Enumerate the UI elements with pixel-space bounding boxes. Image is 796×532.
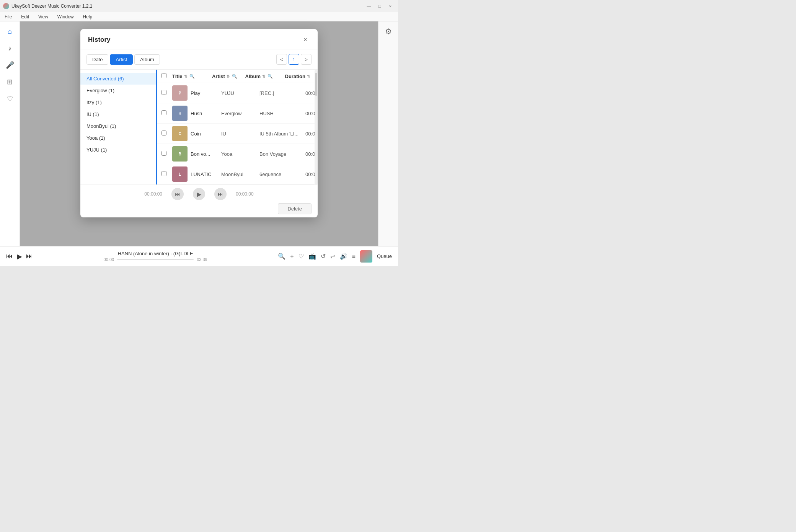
artist-item-everglow[interactable]: Everglow (1) xyxy=(80,85,156,96)
player-progress: 00:00 03:39 xyxy=(39,257,272,262)
modal-body: All Converted (6) Everglow (1) Itzy (1) … xyxy=(80,70,318,184)
menu-view[interactable]: View xyxy=(37,13,50,20)
modal-bottom: 00:00:00 ⏮ ▶ ⏭ 00:00:00 Delete xyxy=(80,184,318,217)
maximize-button[interactable]: □ xyxy=(375,2,384,11)
player-prev-button[interactable]: ⏮ xyxy=(171,188,184,200)
song-artist-1: YUJU xyxy=(221,90,259,96)
album-search-icon[interactable]: 🔍 xyxy=(268,74,273,79)
song-duration-1: 00:03:21 xyxy=(305,90,315,96)
song-thumbnail-1: P xyxy=(172,85,188,101)
sidebar-music-icon[interactable]: ♪ xyxy=(3,41,17,55)
settings-icon[interactable]: ⚙ xyxy=(382,24,395,38)
player-bar-play-button[interactable]: ▶ xyxy=(17,252,22,261)
header-duration: Duration ⇅ xyxy=(285,73,310,79)
tab-album[interactable]: Album xyxy=(134,54,160,65)
next-page-button[interactable]: > xyxy=(301,54,312,65)
player-cast-icon[interactable]: 📺 xyxy=(308,253,316,260)
filter-tabs: Date Artist Album xyxy=(80,50,166,69)
sidebar-heart-icon[interactable]: ♡ xyxy=(3,92,17,106)
duration-sort-icon[interactable]: ⇅ xyxy=(307,74,310,78)
history-modal: History × Date Artist Album < 1 > xyxy=(80,29,318,217)
player-next-button[interactable]: ⏭ xyxy=(214,188,227,200)
player-bar-next-button[interactable]: ⏭ xyxy=(26,252,33,260)
artist-item-all[interactable]: All Converted (6) xyxy=(80,73,156,85)
song-duration-4: 00:03:39 xyxy=(305,151,315,157)
sidebar-home-icon[interactable]: ⌂ xyxy=(3,24,17,38)
player-volume-icon[interactable]: 🔊 xyxy=(340,253,347,260)
player-time-end: 00:00:00 xyxy=(236,191,254,197)
row-checkbox-2[interactable] xyxy=(161,110,172,117)
player-shuffle-icon[interactable]: ⇌ xyxy=(330,253,335,260)
player-right-controls: 🔍 + ♡ 📺 ↺ ⇌ 🔊 ≡ Queue xyxy=(278,250,392,263)
prev-page-button[interactable]: < xyxy=(276,54,287,65)
select-all-checkbox[interactable] xyxy=(161,73,166,78)
artist-sort-icon[interactable]: ⇅ xyxy=(227,74,230,78)
current-page[interactable]: 1 xyxy=(289,54,299,65)
modal-title: History xyxy=(88,36,111,44)
song-duration-3: 00:03:13 xyxy=(305,131,315,137)
song-table-body: P Play YUJU [REC.] 00:03:21 ▶ 📁 🗑 xyxy=(157,83,315,184)
song-title-1: Play xyxy=(191,90,221,96)
song-table-panel: Title ⇅ 🔍 Artist ⇅ 🔍 Album xyxy=(157,70,315,184)
artist-item-yuju[interactable]: YUJU (1) xyxy=(80,144,156,156)
player-bar: ⏮ ▶ ⏭ HANN (Alone in winter) · (G)I-DLE … xyxy=(0,246,398,266)
pagination: < 1 > xyxy=(270,49,318,69)
delete-selected-button[interactable]: Delete xyxy=(278,203,312,214)
modal-scrollbar[interactable] xyxy=(315,70,318,184)
table-header: Title ⇅ 🔍 Artist ⇅ 🔍 Album xyxy=(157,70,315,83)
player-progress-bar[interactable] xyxy=(117,259,194,260)
tab-artist[interactable]: Artist xyxy=(110,54,133,65)
title-sort-icon[interactable]: ⇅ xyxy=(184,74,187,78)
player-avatar xyxy=(360,250,372,263)
menu-help[interactable]: Help xyxy=(82,13,94,20)
player-heart-icon[interactable]: ♡ xyxy=(298,253,304,260)
header-checkbox[interactable] xyxy=(161,73,172,80)
song-thumbnail-5: L xyxy=(172,166,188,182)
modal-close-button[interactable]: × xyxy=(301,35,310,44)
close-window-button[interactable]: × xyxy=(386,2,395,11)
menu-file[interactable]: File xyxy=(3,13,13,20)
window-title: UkeySoft Deezer Music Converter 1.2.1 xyxy=(11,3,364,9)
song-thumbnail-4: B xyxy=(172,146,188,162)
row-checkbox-1[interactable] xyxy=(161,90,172,96)
sidebar-mic-icon[interactable]: 🎤 xyxy=(3,58,17,72)
player-repeat-icon[interactable]: ↺ xyxy=(321,253,326,260)
player-queue-button[interactable]: Queue xyxy=(377,253,392,259)
title-search-icon[interactable]: 🔍 xyxy=(189,74,195,79)
artist-item-yooa[interactable]: Yooa (1) xyxy=(80,132,156,144)
album-sort-icon[interactable]: ⇅ xyxy=(262,74,265,78)
row-checkbox-4[interactable] xyxy=(161,150,172,157)
artist-list-panel: All Converted (6) Everglow (1) Itzy (1) … xyxy=(80,70,157,184)
artist-item-iu[interactable]: IU (1) xyxy=(80,108,156,120)
player-search-icon[interactable]: 🔍 xyxy=(278,253,285,260)
artist-item-itzy[interactable]: Itzy (1) xyxy=(80,96,156,108)
song-album-2: HUSH xyxy=(259,111,305,116)
sidebar-grid-icon[interactable]: ⊞ xyxy=(3,75,17,89)
minimize-button[interactable]: — xyxy=(364,2,374,11)
song-thumbnail-2: H xyxy=(172,106,188,121)
row-checkbox-3[interactable] xyxy=(161,130,172,137)
table-row: L LUNATIC MoonByul 6equence 00:03:25 ▶ 📁… xyxy=(157,164,315,184)
table-row: B Bon vo... Yooa Bon Voyage 00:03:39 ▶ 📁… xyxy=(157,144,315,164)
player-play-button[interactable]: ▶ xyxy=(193,188,205,200)
player-equalizer-icon[interactable]: ≡ xyxy=(352,253,356,260)
menu-edit[interactable]: Edit xyxy=(20,13,31,20)
player-add-icon[interactable]: + xyxy=(290,253,294,260)
song-album-3: IU 5th Album 'LI... xyxy=(259,131,305,137)
row-checkbox-5[interactable] xyxy=(161,171,172,178)
modal-scrollbar-thumb[interactable] xyxy=(315,73,317,96)
modal-footer-actions: Delete xyxy=(86,203,312,214)
song-album-1: [REC.] xyxy=(259,90,305,96)
player-bar-time-start: 00:00 xyxy=(104,257,114,262)
player-bar-time-end: 03:39 xyxy=(197,257,207,262)
artist-item-moonbyul[interactable]: MoonByul (1) xyxy=(80,120,156,132)
artist-search-icon[interactable]: 🔍 xyxy=(232,74,237,79)
header-album: Album ⇅ 🔍 xyxy=(245,73,285,79)
menu-window[interactable]: Window xyxy=(56,13,75,20)
player-bar-prev-button[interactable]: ⏮ xyxy=(6,252,13,260)
modal-overlay: History × Date Artist Album < 1 > xyxy=(20,21,378,246)
player-track-info: HANN (Alone in winter) · (G)I-DLE 00:00 … xyxy=(39,251,272,262)
tab-date[interactable]: Date xyxy=(86,54,108,65)
song-artist-3: IU xyxy=(221,131,259,137)
song-artist-2: Everglow xyxy=(221,111,259,116)
